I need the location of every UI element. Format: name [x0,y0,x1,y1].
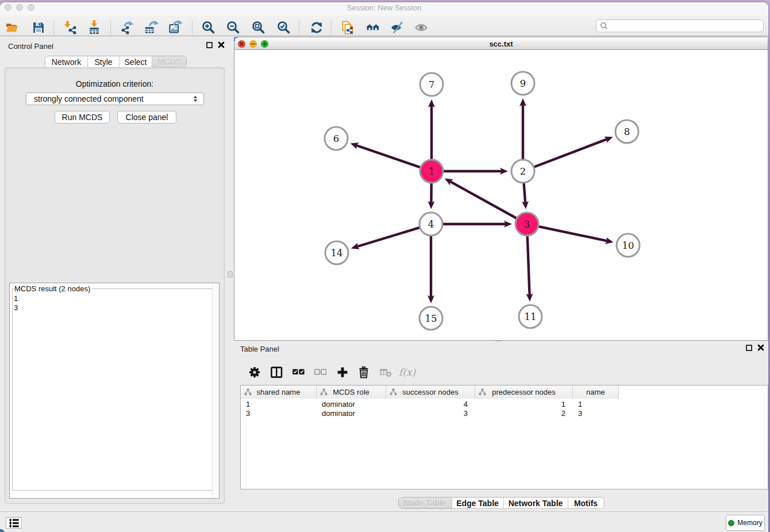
graph-node-4[interactable]: 4 [419,213,442,236]
graph-node-2[interactable]: 2 [511,160,534,183]
graph-node-7[interactable]: 7 [420,73,443,96]
control-panel-title: Control Panel [8,42,53,51]
zoom-out-button[interactable] [224,20,243,36]
zoom-selected-button[interactable] [274,20,294,36]
edge-1-6[interactable] [351,142,421,168]
hide-details-button[interactable] [388,20,407,36]
edge-2-8[interactable] [533,137,613,168]
edge-4-14[interactable] [351,228,421,250]
show-details-button[interactable] [412,20,432,36]
table-row-1[interactable]: 1dominator411 [241,400,619,409]
table-cell[interactable]: 4 [386,400,475,409]
column-header-shared-name[interactable]: shared name [241,385,317,399]
tab-motifs[interactable]: Motifs [568,498,604,508]
run-mcds-button[interactable]: Run MCDS [55,111,110,124]
table-cell[interactable]: 2 [475,409,573,418]
table-cell[interactable]: dominator [317,409,386,418]
task-history-button[interactable] [6,517,22,529]
mcds-result-item[interactable]: 3 [14,303,216,313]
edge-4-15[interactable] [428,235,434,303]
tab-mcds[interactable]: MCDS [152,56,186,68]
delete-table-button[interactable] [375,362,396,383]
graph-node-9[interactable]: 9 [511,72,534,95]
edge-4-3[interactable] [442,221,512,228]
graph-node-1[interactable]: 1 [420,160,443,183]
open-folder-button[interactable] [2,20,22,36]
table-cell[interactable]: 1 [475,400,573,409]
clone-network-button[interactable] [338,20,357,36]
export-table-button[interactable] [141,20,161,36]
table-cell[interactable]: 1 [573,400,619,409]
node-table[interactable]: shared name MCDS role successor nodes pr… [240,385,768,489]
table-cell[interactable]: dominator [317,400,386,409]
column-header-predecessor-nodes[interactable]: predecessor nodes [475,385,573,399]
table-cell[interactable]: 1 [241,400,317,409]
graph-node-3[interactable]: 3 [515,213,538,236]
edge-2-9[interactable] [519,98,526,160]
table-cell[interactable]: 3 [573,409,619,418]
main-toolbar [0,16,768,36]
import-network-button[interactable] [60,20,80,36]
search-box[interactable] [596,20,764,32]
memory-button[interactable]: Memory [726,515,765,531]
gear-button[interactable] [244,362,265,383]
table-row-3[interactable]: 3dominator323 [241,409,619,418]
node-label: 7 [429,79,435,90]
graph-node-15[interactable]: 15 [419,307,442,330]
tab-node-table[interactable]: Node Table [399,498,452,508]
tab-edge-table[interactable]: Edge Table [452,498,503,508]
close-panel-icon[interactable] [218,41,225,48]
edge-1-4[interactable] [428,182,434,209]
search-input[interactable] [609,21,763,31]
save-button[interactable] [29,20,48,36]
edge-2-3[interactable] [522,182,529,209]
criterion-select[interactable]: strongly connected component [26,92,204,105]
graph-node-14[interactable]: 14 [325,241,348,264]
graph-node-8[interactable]: 8 [615,120,638,143]
import-table-button[interactable] [84,20,104,36]
vertical-splitter-grip[interactable] [228,271,233,277]
zoom-in-button[interactable] [199,20,218,36]
function-builder-button[interactable]: f(x) [397,362,418,383]
criterion-value: strongly connected component [34,94,190,103]
float-panel-icon[interactable] [206,42,213,48]
hide-unselected-button[interactable] [310,362,330,383]
column-header-MCDS-role[interactable]: MCDS role [317,385,386,399]
titlebar: Session: New Session [0,2,768,16]
column-header-name[interactable]: name [573,385,619,399]
column-header-successor-nodes[interactable]: successor nodes [386,385,475,399]
close-table-panel-icon[interactable] [757,344,764,351]
show-selected-button[interactable] [288,362,309,383]
refresh-button[interactable] [307,20,326,36]
table-cell[interactable]: 3 [241,409,317,418]
result-scrollbar[interactable] [212,284,218,498]
float-table-panel-icon[interactable] [746,345,752,351]
mcds-result-list[interactable]: 13 [14,294,216,489]
close-panel-button[interactable]: Close panel [117,111,176,124]
graph-node-6[interactable]: 6 [325,127,348,150]
mcds-result-item[interactable]: 1 [14,294,216,303]
network-window-titlebar[interactable]: scc.txt [234,37,768,50]
graph-node-10[interactable]: 10 [617,234,640,257]
tab-style[interactable]: Style [87,56,119,68]
tab-network[interactable]: Network [45,56,87,68]
column-layout-button[interactable] [266,362,287,383]
graph-node-11[interactable]: 11 [519,305,542,328]
add-button[interactable] [332,362,353,383]
tab-network-table[interactable]: Network Table [503,498,568,508]
export-image-button[interactable] [165,20,185,36]
zoom-fit-button[interactable] [249,20,268,36]
node-label: 8 [624,126,630,137]
edge-3-1[interactable] [445,179,518,219]
home-overview-button[interactable] [363,20,383,36]
edge-3-10[interactable] [538,226,614,244]
edge-1-7[interactable] [428,99,435,160]
table-cell[interactable]: 3 [386,409,475,418]
network-graph[interactable]: 7968124314101511 [234,50,768,341]
delete-button[interactable] [353,362,374,383]
tab-select[interactable]: Select [119,56,152,68]
toolbar-separator [192,21,192,36]
export-network-button[interactable] [117,20,137,36]
edge-3-11[interactable] [526,235,533,302]
edge-1-2[interactable] [442,168,508,175]
